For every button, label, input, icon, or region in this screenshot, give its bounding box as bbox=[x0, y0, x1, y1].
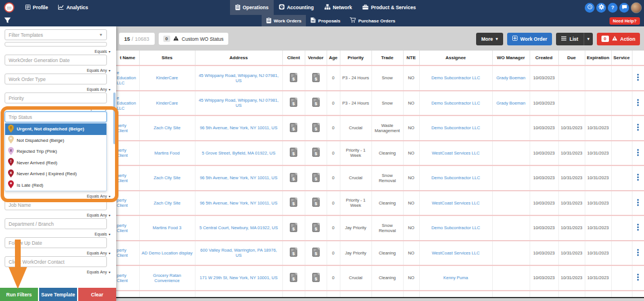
clear-button[interactable]: Clear bbox=[78, 288, 116, 301]
row-menu-icon[interactable] bbox=[637, 202, 639, 207]
operator-select[interactable]: Equals▾ bbox=[0, 47, 116, 55]
filter-input-work-order-type[interactable]: Work Order Type bbox=[5, 74, 107, 84]
cell-text-site[interactable]: AD Demo Location display bbox=[141, 250, 192, 256]
row-menu-icon[interactable] bbox=[637, 177, 639, 182]
column-header-trade[interactable]: Trade bbox=[371, 51, 403, 65]
filter-input-priority[interactable]: Priority bbox=[5, 92, 107, 103]
row-menu-icon[interactable] bbox=[637, 102, 639, 107]
filter-funnel-icon[interactable] bbox=[4, 16, 11, 26]
cell-text-name[interactable]: perty Client bbox=[117, 198, 128, 208]
column-header-address[interactable]: Address bbox=[195, 51, 282, 65]
invoice-doc-icon[interactable]: $ bbox=[290, 148, 297, 158]
filter-input-job-name[interactable]: Job Name bbox=[5, 199, 107, 210]
operator-select[interactable]: Equals Any▾ bbox=[0, 84, 116, 92]
column-header-menu[interactable] bbox=[632, 51, 644, 65]
chat-button[interactable] bbox=[619, 3, 629, 13]
tab-accounting[interactable]: Accounting bbox=[274, 0, 319, 15]
column-header-wo-manager[interactable]: WO Manager bbox=[492, 51, 530, 65]
cell-text-site[interactable]: KinderCare bbox=[156, 75, 178, 80]
operator-select[interactable]: Equals▾ bbox=[0, 229, 116, 237]
cell-text-site[interactable]: KinderCare bbox=[156, 101, 178, 106]
column-header-age[interactable]: Age bbox=[327, 51, 340, 65]
invoice-doc-icon[interactable]: $ bbox=[312, 198, 320, 208]
invoice-doc-icon[interactable]: $ bbox=[312, 173, 320, 183]
tab-product-services[interactable]: Product & Services bbox=[357, 0, 421, 15]
tab-operations[interactable]: Operations bbox=[230, 0, 274, 15]
column-header-nte[interactable]: NTE bbox=[403, 51, 419, 65]
sidebar-scrollbar[interactable] bbox=[113, 92, 116, 144]
invoice-doc-icon[interactable]: $ bbox=[312, 98, 320, 108]
operator-select[interactable]: Equals Any▾ bbox=[0, 267, 116, 275]
topnav-item-analytics[interactable]: Analytics bbox=[53, 0, 93, 15]
operator-select[interactable]: Equals Any▾ bbox=[0, 103, 116, 111]
column-header-sites[interactable]: Sites bbox=[139, 51, 195, 65]
invoice-doc-icon[interactable]: $ bbox=[312, 273, 320, 283]
invoice-doc-icon[interactable]: $ bbox=[290, 123, 297, 133]
help-button[interactable]: ? bbox=[608, 3, 618, 13]
filter-input-workorder-generation-date[interactable]: WorkOrder Generation Date bbox=[5, 55, 107, 65]
trip-status-option-never-arrived-red[interactable]: !Never Arrived (Red) bbox=[5, 157, 106, 169]
invoice-doc-icon[interactable]: $ bbox=[290, 248, 297, 258]
filter-input-partial[interactable] bbox=[5, 42, 107, 47]
cell-text-name[interactable]: perty Client bbox=[117, 123, 128, 133]
more-button[interactable]: More▾ bbox=[476, 33, 503, 45]
tab-network[interactable]: Network bbox=[319, 0, 358, 15]
column-header-vendor[interactable]: Vendor bbox=[305, 51, 327, 65]
cell-text-name[interactable]: perty Client bbox=[117, 223, 128, 233]
subnav-item-purchase-orders[interactable]: Purchase Orders bbox=[345, 15, 400, 26]
row-menu-icon[interactable] bbox=[637, 227, 639, 232]
action-button[interactable]: 0 Action bbox=[597, 33, 640, 45]
row-menu-icon[interactable] bbox=[637, 127, 639, 132]
invoice-doc-icon[interactable]: $ bbox=[312, 148, 320, 158]
cell-text-name[interactable]: e Education LLC bbox=[117, 95, 136, 111]
operator-select[interactable]: Equals Any▾ bbox=[0, 248, 116, 256]
operator-select[interactable]: Equals Any▾ bbox=[0, 210, 116, 218]
cell-text-site[interactable]: Martins Food 3 bbox=[152, 225, 181, 230]
column-header-assignee[interactable]: Assignee bbox=[419, 51, 492, 65]
invoice-doc-icon[interactable]: $ bbox=[312, 248, 320, 258]
invoice-doc-icon[interactable]: $ bbox=[290, 73, 297, 83]
cell-text-assignee[interactable]: Demo Subcontractor LLC bbox=[431, 75, 480, 80]
cell-text-assignee[interactable]: WestCoast Services LLC bbox=[432, 250, 480, 256]
user-avatar[interactable] bbox=[631, 2, 642, 13]
invoice-doc-icon[interactable]: $ bbox=[290, 223, 297, 233]
invoice-doc-icon[interactable]: $ bbox=[312, 73, 320, 83]
cell-text-name[interactable]: perty Client bbox=[117, 248, 128, 258]
cell-text-assignee[interactable]: Demo Subcontractor LLC bbox=[431, 175, 480, 180]
invoice-doc-icon[interactable]: $ bbox=[312, 223, 320, 233]
cell-text-assignee[interactable]: Demo Subcontractor LLC bbox=[431, 101, 480, 106]
column-header-service[interactable]: Service bbox=[611, 51, 632, 65]
cell-text-address[interactable]: 5 Central Court, Newbury, MA 01922, US bbox=[200, 225, 278, 230]
column-header-t-name[interactable]: t Name bbox=[116, 51, 139, 65]
cell-text-site[interactable]: Zach City Site bbox=[154, 175, 181, 180]
filter-input-trip-status[interactable]: Trip Status bbox=[5, 111, 107, 122]
result-count[interactable]: 15 / 10683 bbox=[119, 33, 155, 45]
cell-text-manager[interactable]: Grady Boeman bbox=[496, 75, 525, 80]
trip-status-option-not-dispatched-beige[interactable]: Not Dispatched (Beige) bbox=[5, 135, 106, 146]
run-filters-button[interactable]: Run Filters bbox=[0, 288, 38, 301]
cell-text-address[interactable]: 96 5th Avenue, New York, NY 10011, US bbox=[200, 200, 277, 206]
cell-text-address[interactable]: 96 5th Avenue, New York, NY 10011, US bbox=[200, 125, 277, 130]
filter-templates-select[interactable]: Filter Templates ▼ bbox=[5, 29, 107, 40]
row-menu-icon[interactable] bbox=[637, 77, 639, 82]
new-work-order-button[interactable]: Work Order bbox=[507, 33, 553, 45]
invoice-doc-icon[interactable]: $ bbox=[312, 123, 320, 133]
subnav-item-proposals[interactable]: Proposals bbox=[306, 15, 345, 26]
cell-text-assignee[interactable]: WestCoast Services LLC bbox=[432, 200, 480, 206]
cell-text-address[interactable]: 5 Grove Street, Byfield, MA 01922, US bbox=[202, 150, 275, 156]
operator-select[interactable]: Equals Any▾ bbox=[0, 191, 116, 199]
filter-input-department-branch[interactable]: Department / Branch bbox=[5, 218, 107, 229]
cell-text-assignee[interactable]: Kenny Puma bbox=[443, 275, 468, 280]
topnav-item-profile[interactable]: Profile bbox=[20, 0, 53, 15]
column-header-client[interactable]: Client bbox=[282, 51, 305, 65]
cell-text-address[interactable]: 96 5th Avenue, New York, NY 10011, US bbox=[200, 175, 277, 180]
list-view-caret-button[interactable]: ▾ bbox=[584, 33, 593, 45]
invoice-doc-icon[interactable]: $ bbox=[290, 173, 297, 183]
list-view-button[interactable]: List bbox=[556, 33, 583, 45]
trip-status-option-never-arrived-expired-red[interactable]: xNever Arrived | Expired (Red) bbox=[5, 168, 106, 180]
cell-text-site[interactable]: Zach City Site bbox=[154, 125, 181, 130]
filter-input-follow-up-date[interactable]: Follow Up Date bbox=[5, 237, 107, 248]
cell-text-address[interactable]: 600 Valley Road, Warrington, PA 18976, U… bbox=[200, 248, 277, 258]
operator-select[interactable]: Equals Any▾ bbox=[0, 65, 116, 74]
invoice-doc-icon[interactable]: $ bbox=[290, 98, 297, 108]
